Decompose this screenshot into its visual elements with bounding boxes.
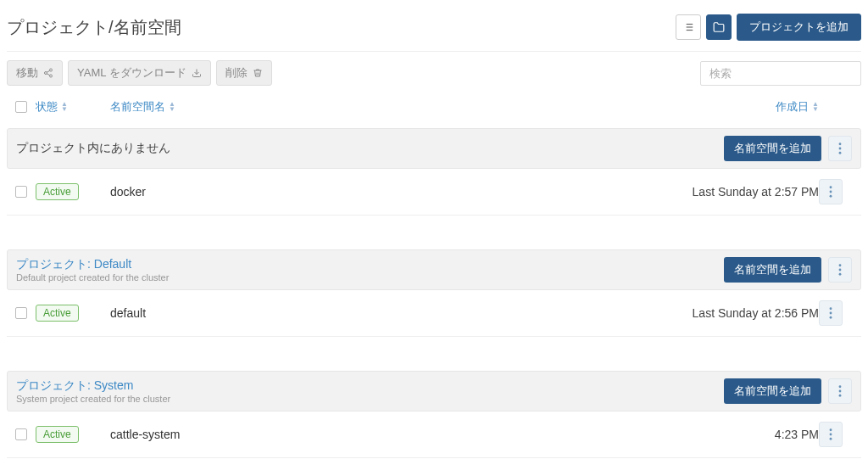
add-project-button[interactable]: プロジェクトを追加	[737, 14, 861, 41]
svg-point-29	[830, 438, 832, 440]
add-namespace-button[interactable]: 名前空間を追加	[724, 136, 821, 161]
project-subtitle: System project created for the cluster	[16, 394, 170, 404]
row-menu-button[interactable]	[819, 422, 843, 447]
download-yaml-label: YAML をダウンロード	[77, 65, 186, 81]
folder-icon	[713, 21, 725, 33]
svg-line-9	[47, 70, 49, 72]
svg-point-28	[830, 434, 832, 436]
svg-point-6	[50, 69, 53, 71]
svg-point-14	[839, 152, 842, 154]
select-all-checkbox[interactable]	[15, 101, 27, 113]
svg-point-21	[830, 307, 832, 310]
toolbar: 移動 YAML をダウンロード 削除	[7, 52, 861, 94]
trash-icon	[253, 68, 263, 78]
created-date: 4:23 PM	[775, 428, 819, 441]
kebab-menu-icon	[838, 385, 842, 397]
svg-point-20	[839, 273, 842, 276]
project-title[interactable]: プロジェクト: System	[16, 378, 170, 394]
project-menu-button[interactable]	[828, 257, 852, 283]
sort-icon: ▲▼	[812, 102, 819, 112]
project-group: プロジェクト内にありません 名前空間を追加 Active docker Last…	[7, 128, 861, 216]
move-button[interactable]: 移動	[7, 60, 63, 86]
namespace-row: Active cattle-system 4:23 PM	[7, 411, 861, 458]
view-group-toggle[interactable]	[706, 14, 732, 40]
svg-point-25	[839, 390, 842, 393]
add-namespace-button[interactable]: 名前空間を追加	[724, 257, 821, 283]
project-menu-button[interactable]	[828, 136, 852, 161]
project-group: プロジェクト: System System project created fo…	[7, 371, 861, 459]
move-label: 移動	[16, 65, 38, 81]
search-input[interactable]	[700, 61, 861, 86]
sort-icon: ▲▼	[169, 102, 175, 112]
delete-button[interactable]: 削除	[216, 60, 272, 86]
project-group-header: プロジェクト内にありません 名前空間を追加	[7, 128, 861, 169]
svg-point-18	[839, 264, 842, 266]
svg-point-24	[839, 385, 842, 388]
list-header: 状態 ▲▼ 名前空間名 ▲▼ 作成日 ▲▼	[7, 94, 861, 120]
project-group-header: プロジェクト: Default Default project created …	[7, 249, 861, 290]
project-title[interactable]: プロジェクト: Default	[16, 257, 169, 272]
project-title: プロジェクト内にありません	[16, 141, 170, 156]
kebab-menu-icon	[838, 264, 842, 276]
namespace-row: Active docker Last Sunday at 2:57 PM	[7, 169, 861, 216]
created-date: Last Sunday at 2:56 PM	[693, 306, 819, 320]
row-checkbox[interactable]	[15, 428, 27, 440]
svg-point-19	[839, 269, 842, 271]
project-subtitle: Default project created for the cluster	[16, 272, 169, 283]
created-date: Last Sunday at 2:57 PM	[693, 185, 819, 199]
svg-point-7	[45, 72, 47, 75]
column-created[interactable]: 作成日 ▲▼	[632, 99, 819, 115]
project-menu-button[interactable]	[828, 378, 852, 404]
namespace-name[interactable]: default	[110, 306, 146, 320]
share-icon	[43, 68, 53, 78]
svg-point-13	[839, 148, 842, 150]
namespace-name[interactable]: cattle-system	[110, 428, 180, 441]
column-state[interactable]: 状態 ▲▼	[36, 99, 110, 115]
status-badge: Active	[36, 426, 79, 443]
namespace-name[interactable]: docker	[110, 185, 146, 199]
project-group-header: プロジェクト: System System project created fo…	[7, 371, 861, 411]
svg-point-23	[830, 316, 832, 319]
column-name[interactable]: 名前空間名 ▲▼	[110, 99, 632, 115]
page-header: プロジェクト/名前空間 プロジェクトを追加	[7, 8, 861, 52]
download-yaml-button[interactable]: YAML をダウンロード	[68, 60, 211, 86]
kebab-menu-icon	[829, 307, 832, 319]
namespace-row: Active default Last Sunday at 2:56 PM	[7, 290, 861, 337]
svg-point-27	[830, 428, 832, 431]
add-namespace-button[interactable]: 名前空間を追加	[724, 378, 821, 404]
sort-icon: ▲▼	[61, 102, 68, 112]
page-title: プロジェクト/名前空間	[7, 16, 181, 39]
row-menu-button[interactable]	[819, 300, 843, 326]
svg-line-10	[47, 74, 49, 76]
view-list-toggle[interactable]	[676, 14, 701, 40]
project-group: プロジェクト: Default Default project created …	[7, 249, 861, 337]
list-icon	[682, 21, 694, 33]
download-icon	[192, 68, 202, 78]
row-checkbox[interactable]	[15, 186, 27, 198]
svg-point-8	[50, 75, 53, 77]
svg-point-26	[839, 395, 842, 397]
kebab-menu-icon	[829, 186, 832, 198]
svg-point-15	[830, 186, 832, 188]
row-menu-button[interactable]	[819, 179, 843, 204]
svg-point-16	[830, 191, 832, 193]
kebab-menu-icon	[829, 428, 832, 440]
row-checkbox[interactable]	[15, 307, 27, 319]
svg-point-12	[839, 143, 842, 145]
svg-point-17	[830, 195, 832, 198]
status-badge: Active	[36, 183, 79, 200]
status-badge: Active	[36, 305, 79, 322]
header-actions: プロジェクトを追加	[676, 14, 861, 41]
kebab-menu-icon	[838, 143, 842, 154]
delete-label: 削除	[225, 65, 248, 81]
svg-point-22	[830, 312, 832, 315]
